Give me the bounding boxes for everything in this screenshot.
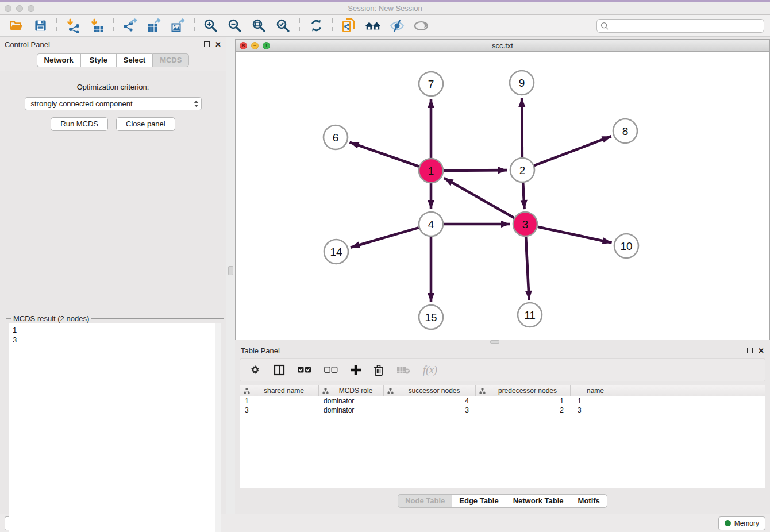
- mcds-result-list[interactable]: 13: [9, 323, 221, 532]
- tab-network[interactable]: Network: [37, 53, 80, 67]
- column-header-shared-name[interactable]: shared name: [240, 385, 319, 396]
- cell-successor-nodes[interactable]: 3: [384, 406, 476, 415]
- network-window-titlebar: ✕ − + scc.txt: [236, 40, 769, 52]
- close-panel-button[interactable]: Close panel: [116, 117, 175, 131]
- application-window: Session: New Session: [0, 0, 770, 532]
- cell-successor-nodes[interactable]: 4: [384, 396, 476, 406]
- node-table: shared nameMCDS rolesuccessor nodesprede…: [240, 385, 765, 488]
- network-window-title: scc.txt: [236, 41, 769, 50]
- graph-edge-2-3[interactable]: [523, 183, 524, 209]
- graph-edge-3-10[interactable]: [538, 227, 612, 243]
- delete-table-button[interactable]: [396, 362, 410, 378]
- splitter-grip[interactable]: [228, 266, 233, 275]
- export-image-button[interactable]: [170, 18, 186, 34]
- cell-predecessor-nodes[interactable]: 1: [476, 396, 571, 406]
- column-header-successor-nodes[interactable]: successor nodes: [384, 385, 476, 396]
- memory-button[interactable]: Memory: [718, 516, 765, 530]
- tab-mcds[interactable]: MCDS: [152, 53, 189, 67]
- tab-motifs[interactable]: Motifs: [571, 494, 607, 508]
- cell-predecessor-nodes[interactable]: 2: [476, 406, 571, 415]
- deselect-all-columns-button[interactable]: [324, 362, 338, 378]
- tab-select[interactable]: Select: [116, 53, 152, 67]
- open-folder-icon: [9, 19, 24, 33]
- refresh-view-button[interactable]: [308, 18, 324, 34]
- export-network-button[interactable]: [122, 18, 138, 34]
- table-panel: Table Panel ✕: [235, 344, 770, 514]
- toggle-visibility-button[interactable]: [389, 18, 405, 34]
- panel-splitter-vertical[interactable]: [226, 37, 235, 514]
- panel-splitter-horizontal[interactable]: [235, 340, 770, 344]
- column-header-MCDS-role[interactable]: MCDS role: [319, 385, 384, 396]
- criterion-select[interactable]: strongly connected component: [25, 97, 202, 110]
- tab-network-table[interactable]: Network Table: [506, 494, 571, 508]
- window-titlebar: Session: New Session: [0, 2, 770, 15]
- zoom-fit-icon: [252, 18, 267, 33]
- zoom-window-button[interactable]: [28, 5, 34, 12]
- close-panel-icon[interactable]: ✕: [758, 347, 764, 354]
- import-table-button[interactable]: [89, 18, 105, 34]
- gear-icon: [249, 364, 261, 376]
- cell-shared-name[interactable]: 3: [240, 406, 319, 415]
- network-close-button[interactable]: ✕: [240, 42, 247, 49]
- tab-edge-table[interactable]: Edge Table: [452, 494, 505, 508]
- optimization-criterion-label: Optimization criterion:: [0, 83, 226, 91]
- search-input[interactable]: [596, 19, 764, 33]
- zoom-out-button[interactable]: [227, 18, 243, 34]
- save-session-button[interactable]: [32, 18, 48, 34]
- network-minimize-button[interactable]: −: [251, 42, 259, 49]
- control-panel: Control Panel ✕ Network Style Select MCD…: [0, 37, 226, 514]
- main-toolbar: [0, 15, 770, 37]
- zoom-selected-icon: [276, 18, 291, 33]
- save-icon: [34, 19, 47, 32]
- cell-name[interactable]: 1: [571, 396, 619, 406]
- table-row[interactable]: 3dominator323: [240, 406, 765, 415]
- scrollbar[interactable]: [215, 323, 221, 532]
- graph-edge-3-1[interactable]: [444, 178, 514, 218]
- graph-edge-4-14[interactable]: [351, 228, 419, 248]
- cell-shared-name[interactable]: 1: [240, 396, 319, 406]
- graph-edge-1-2[interactable]: [444, 170, 507, 171]
- run-mcds-button[interactable]: Run MCDS: [51, 117, 108, 131]
- apply-function-button[interactable]: f(x): [423, 362, 437, 378]
- clone-network-button[interactable]: [341, 18, 357, 34]
- graph-edge-2-9[interactable]: [522, 98, 522, 157]
- import-network-button[interactable]: [65, 18, 81, 34]
- zoom-out-icon: [228, 18, 242, 33]
- column-header-predecessor-nodes[interactable]: predecessor nodes: [476, 385, 571, 396]
- float-panel-icon[interactable]: [747, 348, 753, 353]
- cell-MCDS-role[interactable]: dominator: [319, 396, 384, 406]
- graph-edge-1-6[interactable]: [350, 142, 419, 167]
- graph-edge-2-8[interactable]: [534, 136, 611, 165]
- table-row[interactable]: 1dominator411: [240, 396, 765, 406]
- column-pane-button[interactable]: [274, 362, 285, 378]
- cell-MCDS-role[interactable]: dominator: [319, 406, 384, 415]
- zoom-selected-button[interactable]: [275, 18, 291, 34]
- show-view-button[interactable]: [413, 18, 429, 34]
- homes-button[interactable]: [365, 18, 381, 34]
- cell-name[interactable]: 3: [571, 406, 619, 415]
- tab-node-table[interactable]: Node Table: [398, 494, 452, 508]
- close-panel-icon[interactable]: ✕: [215, 41, 221, 48]
- delete-column-button[interactable]: [374, 362, 384, 378]
- splitter-grip[interactable]: [490, 340, 499, 344]
- table-settings-button[interactable]: [249, 362, 261, 378]
- mcds-result-group: MCDS result (2 nodes) 13: [6, 318, 224, 532]
- graph-edge-3-11[interactable]: [526, 237, 529, 300]
- network-maximize-button[interactable]: +: [263, 42, 270, 49]
- column-header-name[interactable]: name: [571, 385, 619, 396]
- network-canvas[interactable]: 7968124314101511: [236, 52, 769, 340]
- add-column-button[interactable]: [351, 362, 361, 378]
- float-panel-icon[interactable]: [204, 41, 210, 47]
- memory-status-dot: [725, 520, 731, 526]
- export-table-button[interactable]: [146, 18, 162, 34]
- tab-style[interactable]: Style: [80, 53, 116, 67]
- zoom-fit-button[interactable]: [251, 18, 267, 34]
- select-all-columns-button[interactable]: [298, 362, 311, 378]
- network-graph[interactable]: 7968124314101511: [236, 52, 769, 340]
- minimize-window-button[interactable]: [16, 5, 23, 12]
- table-panel-title: Table Panel: [241, 346, 280, 355]
- open-session-button[interactable]: [8, 18, 24, 34]
- zoom-in-button[interactable]: [203, 18, 219, 34]
- search-field-wrapper: [596, 19, 764, 33]
- close-window-button[interactable]: [5, 5, 11, 12]
